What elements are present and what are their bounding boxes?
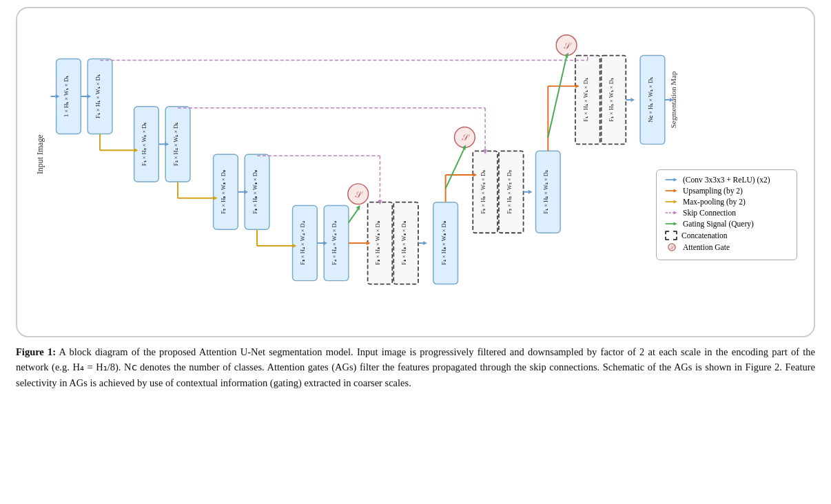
dashed-box-icon: [665, 231, 677, 240]
diagram-container: Input Image 1 × H₁ × W₁ × D₁ F₁ × H₁ × W…: [16, 7, 815, 337]
svg-rect-7: [165, 107, 190, 182]
svg-marker-91: [630, 98, 635, 102]
svg-marker-52: [293, 244, 297, 248]
svg-line-60: [349, 209, 358, 223]
svg-rect-23: [473, 151, 497, 233]
svg-marker-99: [674, 200, 677, 203]
svg-text:F₃ × H₃ × W₃ × D₃: F₃ × H₃ × W₃ × D₃: [400, 221, 407, 264]
svg-text:F₁ × H₁ × W₁ × D₁: F₁ × H₁ × W₁ × D₁: [94, 74, 101, 118]
legend-skip: Skip Connection: [665, 209, 788, 217]
legend-conv-label: (Conv 3x3x3 + ReLU) (x2): [683, 176, 770, 184]
legend-box: (Conv 3x3x3 + ReLU) (x2) Upsampling (by …: [656, 169, 797, 260]
svg-marker-61: [356, 205, 360, 211]
svg-line-87: [548, 57, 566, 138]
svg-text:Segmentation Map: Segmentation Map: [669, 71, 677, 128]
svg-text:F₁ × H₁ × W₁ × D₁: F₁ × H₁ × W₁ × D₁: [582, 78, 589, 121]
legend-maxpool: Max-pooling (by 2): [665, 198, 788, 206]
svg-rect-1: [57, 59, 81, 134]
svg-text:F₂ × H₃ × W₃ × D₃: F₂ × H₃ × W₃ × D₃: [220, 170, 227, 213]
svg-text:𝒮: 𝒮: [462, 133, 470, 143]
svg-marker-88: [564, 53, 568, 59]
legend-maxpool-label: Max-pooling (by 2): [683, 198, 746, 206]
svg-marker-69: [473, 173, 477, 177]
svg-point-62: [348, 184, 369, 204]
legend-concat: Concatenation: [665, 231, 788, 240]
legend-ag-label: Attention Gate: [683, 243, 730, 251]
svg-rect-21: [433, 202, 458, 284]
svg-text:F₂ × H₃ × W₃ × D₃: F₂ × H₃ × W₃ × D₃: [440, 221, 447, 264]
svg-marker-42: [134, 148, 138, 152]
svg-text:Input Image: Input Image: [35, 134, 45, 174]
svg-marker-39: [87, 94, 91, 98]
svg-rect-9: [214, 154, 238, 229]
svg-point-85: [556, 35, 577, 56]
svg-marker-54: [323, 241, 327, 245]
svg-marker-37: [56, 94, 60, 98]
svg-rect-3: [88, 59, 112, 134]
svg-marker-82: [575, 84, 579, 88]
figure-caption: Figure 1: A block diagram of the propose…: [16, 344, 815, 390]
svg-text:F₂ × H₂ × W₂ × D₂: F₂ × H₂ × W₂ × D₂: [506, 170, 513, 213]
svg-text:F₁ × H₂ × W₂ × D₂: F₁ × H₂ × W₂ × D₂: [542, 170, 549, 213]
svg-rect-11: [245, 154, 269, 229]
svg-marker-59: [378, 200, 382, 205]
svg-marker-66: [423, 241, 427, 245]
legend-upsample-label: Upsampling (by 2): [683, 187, 743, 195]
svg-rect-33: [640, 56, 665, 145]
svg-text:F₃ × H₃ × W₃ × D₃: F₃ × H₃ × W₃ × D₃: [374, 221, 381, 264]
svg-text:F₄ × H₄ × W₄ × D₄: F₄ × H₄ × W₄ × D₄: [331, 221, 338, 264]
legend-skip-label: Skip Connection: [683, 209, 736, 217]
svg-text:F₃ × H₄ × W₄ × D₄: F₃ × H₄ × W₄ × D₄: [299, 221, 306, 264]
svg-marker-44: [165, 142, 169, 146]
svg-rect-25: [499, 151, 524, 233]
svg-marker-93: [670, 98, 674, 102]
svg-rect-31: [602, 56, 626, 145]
caption-text: A block diagram of the proposed Attentio…: [16, 346, 815, 388]
svg-marker-76: [462, 145, 466, 150]
legend-ag: 𝒮 Attention Gate: [665, 243, 788, 251]
svg-text:𝒮: 𝒮: [355, 190, 363, 200]
svg-marker-49: [244, 190, 248, 194]
svg-text:F₁ × H₁ × W₁ × D₁: F₁ × H₁ × W₁ × D₁: [608, 78, 615, 121]
legend-upsample: Upsampling (by 2): [665, 187, 788, 195]
svg-text:F₁ × H₂ × W₂ × D₂: F₁ × H₂ × W₂ × D₂: [141, 123, 147, 166]
legend-conv: (Conv 3x3x3 + ReLU) (x2): [665, 176, 788, 184]
svg-rect-15: [324, 206, 349, 281]
svg-text:Nᴄ × H₁ × W₁ × D₁: Nᴄ × H₁ × W₁ × D₁: [647, 77, 654, 123]
svg-marker-47: [214, 196, 218, 200]
svg-text:𝒮: 𝒮: [564, 41, 572, 51]
svg-text:F₃ × H₃ × W₃ × D₃: F₃ × H₃ × W₃ × D₃: [252, 170, 258, 213]
svg-rect-13: [293, 206, 318, 281]
svg-rect-5: [134, 107, 159, 182]
svg-rect-27: [535, 151, 560, 233]
svg-marker-79: [529, 190, 533, 194]
legend-concat-label: Concatenation: [681, 231, 727, 240]
svg-line-75: [446, 149, 464, 188]
diagram-area: Input Image 1 × H₁ × W₁ × D₁ F₁ × H₁ × W…: [28, 18, 803, 329]
svg-marker-72: [483, 149, 487, 154]
legend-gating: Gating Signal (Query): [665, 220, 788, 228]
svg-point-73: [455, 127, 475, 148]
svg-marker-97: [674, 189, 677, 192]
svg-rect-17: [368, 202, 393, 284]
svg-text:F₂ × H₂ × W₂ × D₂: F₂ × H₂ × W₂ × D₂: [480, 170, 486, 213]
svg-marker-56: [367, 241, 371, 245]
svg-text:F₂ × H₂ × W₂ × D₂: F₂ × H₂ × W₂ × D₂: [172, 123, 179, 166]
caption-label: Figure 1:: [16, 346, 56, 357]
svg-marker-101: [674, 211, 677, 214]
svg-rect-29: [575, 56, 600, 145]
svg-marker-95: [674, 178, 677, 181]
svg-rect-19: [393, 202, 418, 284]
svg-marker-103: [674, 222, 677, 225]
legend-gating-label: Gating Signal (Query): [683, 220, 754, 228]
svg-text:1 × H₁ × W₁ × D₁: 1 × H₁ × W₁ × D₁: [63, 76, 70, 117]
